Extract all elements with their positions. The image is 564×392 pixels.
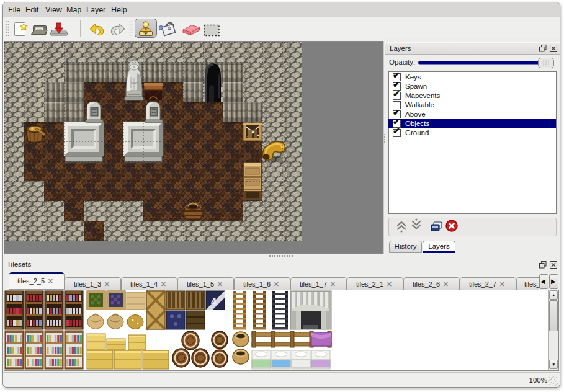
svg-text:4: 4	[211, 296, 217, 307]
